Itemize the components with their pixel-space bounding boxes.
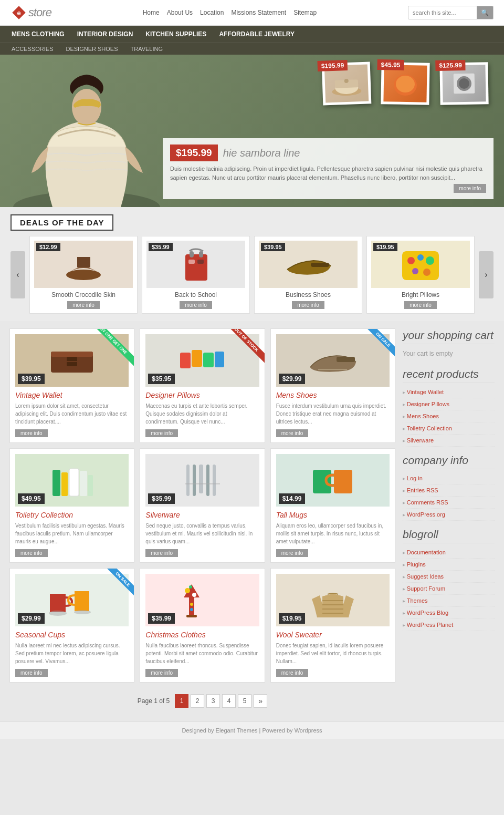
search-input[interactable]	[408, 7, 477, 18]
product-more-3[interactable]: more info	[15, 549, 48, 557]
hero-product-2[interactable]: $45.95	[381, 62, 429, 105]
svg-rect-33	[337, 357, 355, 362]
footer-link-1[interactable]: Elegant Themes	[216, 727, 258, 734]
page-btn-1[interactable]: 1	[175, 694, 188, 708]
blog-link-4[interactable]: Themes	[407, 597, 428, 604]
product-name-7: Christmas Clothes	[145, 631, 259, 639]
header: e store Home About Us Location Missions …	[0, 0, 504, 26]
hero-product-1[interactable]: $195.99	[322, 61, 372, 105]
blog-link-3[interactable]: Support Forum	[407, 585, 445, 592]
deal-more-2[interactable]: more info	[292, 301, 324, 309]
deal-more-3[interactable]: more info	[404, 301, 437, 309]
product-more-0[interactable]: more info	[15, 429, 48, 437]
product-more-6[interactable]: more info	[15, 669, 48, 677]
product-name-6: Seasonal Cups	[15, 631, 129, 639]
svg-point-51	[74, 610, 91, 614]
blog-link-2[interactable]: Suggest Ideas	[407, 573, 444, 580]
svg-rect-29	[180, 353, 191, 368]
recent-products-section: recent products ▸ Vintage Wallet ▸ Desig…	[403, 367, 495, 447]
company-link-0[interactable]: Log in	[407, 475, 423, 481]
hero-info-price: $195.99	[170, 145, 218, 161]
recent-link-2[interactable]: Mens Shoes	[407, 413, 439, 419]
product-desc-6: Nulla laoreet mi nec lectus adipiscing c…	[15, 642, 129, 665]
nav-location[interactable]: Location	[200, 9, 224, 16]
product-more-7[interactable]: more info	[145, 669, 178, 677]
svg-rect-42	[199, 465, 203, 493]
page-btn-3[interactable]: 3	[206, 694, 220, 708]
nav-about[interactable]: About Us	[167, 9, 193, 16]
recent-link-1[interactable]: Designer Pillows	[407, 401, 449, 407]
footer-link-2[interactable]: Wordpress	[295, 727, 322, 734]
page-next[interactable]: »	[254, 694, 267, 708]
nav-sitemap[interactable]: Sitemap	[293, 9, 317, 16]
product-more-2[interactable]: more info	[276, 429, 309, 437]
product-more-5[interactable]: more info	[276, 549, 309, 557]
recent-item-4: ▸ Silverware	[403, 435, 495, 447]
nav-affordable-jewelry[interactable]: AFFORDABLE JEWELRY	[213, 26, 301, 43]
company-item-1: ▸ Entries RSS	[403, 484, 495, 497]
deal-price-3: $19.95	[373, 243, 397, 251]
recent-link-0[interactable]: Vintage Wallet	[407, 389, 444, 395]
page-btn-4[interactable]: 4	[222, 694, 236, 708]
hero-hanging-photos: $195.99 $45.95 $125.99	[322, 63, 488, 105]
recent-link-4[interactable]: Silverware	[407, 437, 434, 443]
product-more-8[interactable]: more info	[276, 669, 309, 677]
nav-designer-shoes[interactable]: DESIGNER SHOES	[59, 43, 124, 55]
blog-link-6[interactable]: WordPress Planet	[407, 622, 453, 628]
svg-rect-45	[185, 483, 220, 484]
nav-accessories[interactable]: ACCESSORIES	[5, 43, 59, 55]
deal-more-0[interactable]: more info	[67, 301, 100, 309]
recent-link-3[interactable]: Toiletry Collection	[407, 425, 452, 431]
product-desc-0: Lorem ipsum dolor sit amet, consectetur …	[15, 402, 129, 426]
hero-info-box: $195.99 hie sambora line Duis molestie l…	[163, 138, 494, 199]
pagination-label: Page 1 of 5	[138, 697, 170, 705]
header-nav: Home About Us Location Missions Statemen…	[143, 9, 317, 16]
nav-interior-design[interactable]: INTERIOR DESIGN	[71, 26, 140, 43]
hero-product-3[interactable]: $125.99	[439, 62, 488, 105]
search-button[interactable]: 🔍	[477, 6, 493, 19]
page-btn-5[interactable]: 5	[238, 694, 251, 708]
svg-rect-40	[186, 465, 190, 496]
svg-rect-16	[188, 260, 195, 264]
svg-point-52	[185, 588, 190, 593]
nav-missions[interactable]: Missions Statement	[231, 9, 286, 16]
svg-point-20	[407, 257, 415, 264]
company-item-2: ▸ Comments RSS	[403, 497, 495, 509]
product-name-2: Mens Shoes	[276, 391, 390, 399]
deal-card-2: $39.95 Business Shoes more info	[254, 236, 362, 314]
company-link-1[interactable]: Entries RSS	[407, 487, 438, 493]
nav-traveling[interactable]: TRAVELING	[124, 43, 170, 55]
product-card-4: $35.99 Silverware Sed neque justo, conva…	[140, 448, 265, 563]
hero-section: $195.99 $45.95 $125.99 $195.99 hie sambo…	[0, 55, 504, 207]
hero-info-title: hie sambora line	[223, 147, 300, 159]
blog-link-5[interactable]: WordPress Blog	[407, 610, 448, 616]
product-name-1: Designer Pillows	[145, 391, 259, 399]
svg-point-57	[190, 608, 193, 611]
carousel-prev[interactable]: ‹	[10, 251, 25, 298]
company-link-3[interactable]: WordPress.org	[407, 511, 445, 518]
nav-mens-clothing[interactable]: MENS CLOTHING	[5, 26, 71, 43]
deal-more-1[interactable]: more info	[180, 301, 212, 309]
svg-rect-48	[50, 594, 66, 612]
blog-link-0[interactable]: Documentation	[407, 549, 446, 555]
hero-more-info-btn[interactable]: more info	[454, 184, 486, 193]
cart-empty: Your cart is empty	[403, 347, 495, 360]
svg-point-56	[190, 603, 193, 606]
carousel-next[interactable]: ›	[479, 251, 494, 298]
product-more-4[interactable]: more info	[145, 549, 178, 557]
blogroll-list: ▸ Documentation ▸ Plugins ▸ Suggest Idea…	[403, 546, 495, 631]
page-btn-2[interactable]: 2	[191, 694, 204, 708]
nav-kitchen-supplies[interactable]: KITCHEN SUPPLIES	[139, 26, 213, 43]
nav-home[interactable]: Home	[143, 9, 160, 16]
svg-rect-37	[69, 469, 79, 496]
product-more-1[interactable]: more info	[145, 429, 178, 437]
company-link-2[interactable]: Comments RSS	[407, 499, 448, 505]
blog-link-1[interactable]: Plugins	[407, 561, 426, 568]
company-list: ▸ Log in ▸ Entries RSS ▸ Comments RSS ▸ …	[403, 472, 495, 521]
hero-price-badge-1: $195.99	[317, 60, 348, 71]
deals-title: DEALS OF THE DAY	[10, 214, 113, 231]
recent-products-list: ▸ Vintage Wallet ▸ Designer Pillows ▸ Me…	[403, 386, 495, 447]
product-price-0: $39.95	[18, 374, 45, 384]
logo[interactable]: e store	[10, 4, 51, 21]
company-title: company info	[403, 454, 495, 469]
